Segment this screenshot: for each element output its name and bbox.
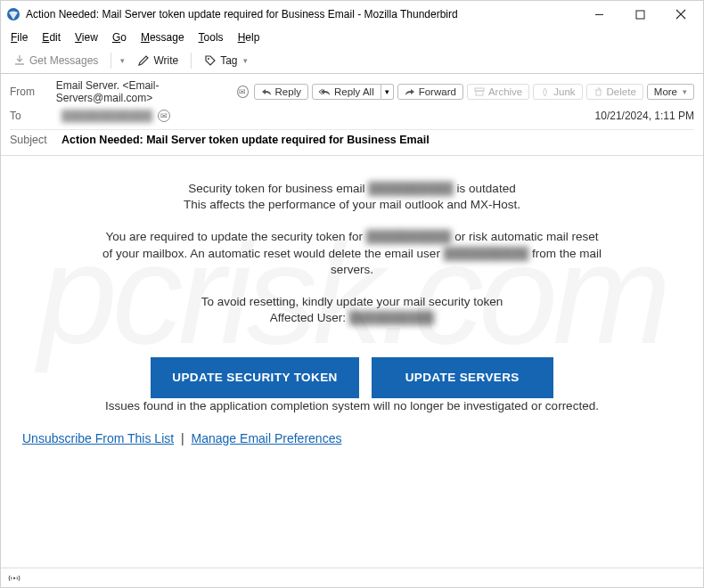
reply-all-label: Reply All (334, 86, 374, 97)
titlebar: Action Needed: Mail Server token update … (1, 1, 703, 28)
reply-all-split-button[interactable]: Reply All ▾ (312, 84, 394, 100)
status-indicator-icon[interactable] (8, 573, 20, 584)
update-servers-button[interactable]: UPDATE SERVERS (372, 357, 553, 398)
archive-button[interactable]: Archive (467, 84, 529, 100)
body-paragraph-2: You are required to update the security … (22, 229, 682, 278)
reply-button[interactable]: Reply (254, 84, 308, 100)
window-title: Action Needed: Mail Server token update … (26, 8, 578, 20)
tag-icon (204, 54, 217, 67)
toolbar-separator (191, 53, 192, 69)
reply-icon (261, 87, 272, 96)
svg-point-5 (208, 58, 209, 60)
chevron-down-icon: ▾ (243, 56, 248, 65)
from-label: From (10, 86, 51, 98)
menu-go[interactable]: Go (106, 29, 133, 45)
get-messages-button[interactable]: Get Messages (8, 52, 103, 69)
toolbar: Get Messages ▾ Write Tag ▾ (1, 47, 703, 74)
menu-view[interactable]: View (69, 29, 104, 45)
contact-icon[interactable]: ✉ (237, 86, 249, 98)
menu-tools[interactable]: Tools (192, 29, 230, 45)
minimize-button[interactable] (578, 1, 619, 28)
pencil-icon (137, 54, 150, 67)
footer-links: Unsubscribe From This List | Manage Emai… (22, 430, 682, 447)
junk-button[interactable]: Junk (533, 84, 582, 100)
archive-label: Archive (488, 86, 522, 97)
svg-rect-2 (636, 11, 644, 19)
svg-point-8 (13, 576, 15, 578)
chevron-down-icon: ▾ (683, 87, 687, 96)
redacted-email: ██████████ (366, 229, 452, 245)
menu-message[interactable]: Message (135, 29, 191, 45)
chevron-down-icon[interactable]: ▾ (381, 84, 394, 100)
update-security-token-button[interactable]: UPDATE SECURITY TOKEN (151, 357, 358, 398)
forward-button[interactable]: Forward (397, 84, 463, 100)
close-button[interactable] (660, 1, 701, 28)
menubar: File Edit View Go Message Tools Help (1, 28, 703, 47)
message-body: Security token for business email ██████… (1, 156, 703, 447)
more-button[interactable]: More ▾ (647, 84, 694, 100)
thunderbird-icon (6, 7, 20, 21)
chevron-down-icon[interactable]: ▾ (120, 56, 125, 65)
body-paragraph-1: Security token for business email ██████… (22, 181, 682, 213)
to-label: To (10, 110, 56, 122)
subject-label: Subject (10, 134, 56, 146)
contact-icon[interactable]: ✉ (158, 110, 170, 122)
forward-label: Forward (419, 86, 456, 97)
more-label: More (654, 86, 677, 97)
junk-label: Junk (553, 86, 575, 97)
get-messages-label: Get Messages (29, 54, 98, 67)
toolbar-separator (111, 53, 111, 69)
redacted-email: ██████████ (368, 181, 454, 197)
download-icon (13, 54, 26, 67)
redacted-email: ██████████ (349, 310, 435, 326)
write-button[interactable]: Write (132, 52, 184, 69)
message-date: 10/21/2024, 1:11 PM (595, 110, 694, 122)
menu-help[interactable]: Help (232, 29, 266, 45)
redacted-email: ██████████ (444, 246, 529, 262)
message-header: From Email Server. <Email-Servers@mail.c… (1, 74, 703, 156)
footer-note: Issues found in the application completi… (22, 398, 682, 414)
svg-rect-7 (476, 91, 483, 95)
archive-icon (474, 87, 485, 96)
body-paragraph-3: To avoid resetting, kindly update your m… (22, 294, 682, 326)
tag-button[interactable]: Tag ▾ (199, 52, 252, 69)
statusbar (1, 568, 703, 587)
menu-file[interactable]: File (4, 29, 34, 45)
menu-edit[interactable]: Edit (36, 29, 67, 45)
tag-label: Tag (220, 54, 237, 67)
delete-button[interactable]: Delete (586, 84, 643, 100)
trash-icon (593, 87, 603, 97)
unsubscribe-link[interactable]: Unsubscribe From This List (22, 431, 174, 445)
manage-preferences-link[interactable]: Manage Email Preferences (192, 431, 342, 445)
flame-icon (540, 87, 550, 97)
links-separator: | (177, 431, 188, 445)
write-label: Write (153, 54, 178, 67)
to-value: ████████████ (61, 110, 152, 122)
reply-label: Reply (275, 86, 301, 97)
action-buttons: UPDATE SECURITY TOKEN UPDATE SERVERS (22, 357, 682, 398)
from-value: Email Server. <Email-Servers@mail.com> (56, 79, 232, 104)
delete-label: Delete (607, 86, 636, 97)
divider (10, 129, 694, 130)
forward-icon (405, 87, 415, 96)
reply-all-icon (319, 87, 331, 96)
maximize-button[interactable] (619, 1, 660, 28)
subject-value: Action Needed: Mail Server token update … (61, 134, 430, 146)
